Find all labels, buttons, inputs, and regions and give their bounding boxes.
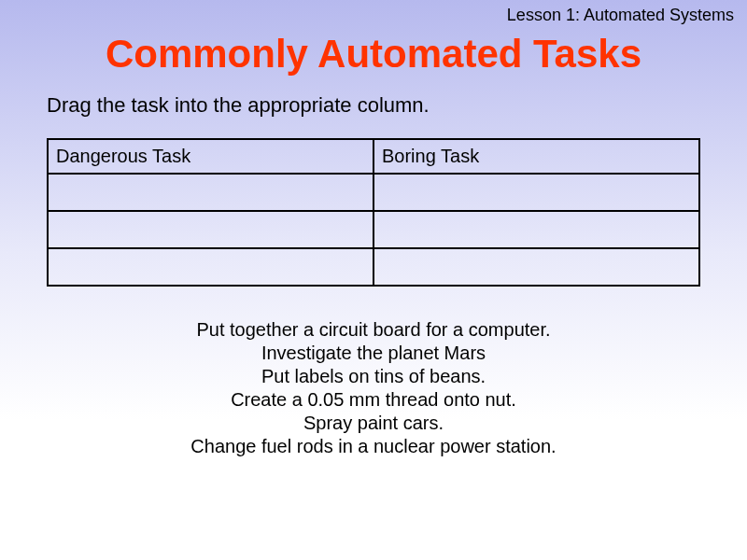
boring-drop-cell[interactable] (374, 248, 699, 286)
task-table: Dangerous Task Boring Task (47, 138, 700, 287)
lesson-label: Lesson 1: Automated Systems (507, 6, 734, 25)
dangerous-drop-cell[interactable] (48, 211, 374, 248)
table-row (48, 211, 699, 248)
draggable-task[interactable]: Create a 0.05 mm thread onto nut. (0, 388, 747, 412)
boring-drop-cell[interactable] (374, 174, 699, 211)
draggable-task[interactable]: Change fuel rods in a nuclear power stat… (0, 435, 747, 458)
column-header-boring: Boring Task (374, 139, 699, 174)
draggable-task[interactable]: Spray paint cars. (0, 412, 747, 435)
column-header-dangerous: Dangerous Task (48, 139, 374, 174)
dangerous-drop-cell[interactable] (48, 248, 374, 286)
draggable-task[interactable]: Put together a circuit board for a compu… (0, 318, 747, 342)
draggable-tasks-block: Put together a circuit board for a compu… (0, 318, 747, 458)
dangerous-drop-cell[interactable] (48, 174, 374, 211)
boring-drop-cell[interactable] (374, 211, 699, 248)
draggable-task[interactable]: Investigate the planet Mars (0, 342, 747, 365)
page-title: Commonly Automated Tasks (0, 32, 747, 77)
table-row (48, 174, 699, 211)
table-header-row: Dangerous Task Boring Task (48, 139, 699, 174)
task-table-container: Dangerous Task Boring Task (47, 138, 700, 287)
instruction-text: Drag the task into the appropriate colum… (47, 93, 747, 118)
draggable-task[interactable]: Put labels on tins of beans. (0, 365, 747, 388)
table-row (48, 248, 699, 286)
